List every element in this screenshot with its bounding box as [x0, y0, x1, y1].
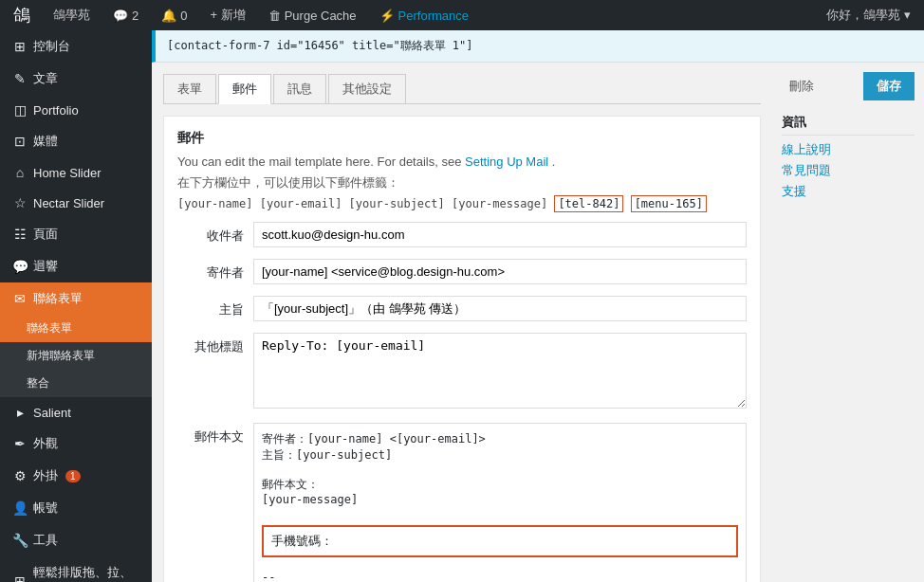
- headers-textarea[interactable]: Reply-To: [your-email]: [253, 333, 747, 409]
- sidebar-item-comments[interactable]: 💬 迴響: [0, 250, 152, 282]
- action-buttons: 刪除 儲存: [782, 72, 915, 100]
- sidebar-label-users: 帳號: [33, 500, 58, 517]
- purge-cache-button[interactable]: 🗑 Purge Cache: [263, 9, 362, 23]
- online-doc-link[interactable]: 線上說明: [782, 141, 915, 158]
- phone-highlight-box: 手機號碼：: [262, 525, 738, 557]
- sidebar-item-contact-sub3[interactable]: 整合: [0, 370, 152, 397]
- support-link[interactable]: 支援: [782, 183, 915, 200]
- sidebar-item-home-slider[interactable]: ⌂ Home Slider: [0, 157, 152, 188]
- delete-button[interactable]: 刪除: [782, 74, 822, 99]
- input-headers: Reply-To: [your-email]: [253, 333, 747, 411]
- contact-icon: ✉: [12, 291, 28, 306]
- input-subject: [253, 296, 747, 321]
- mail-tags-desc: 在下方欄位中，可以使用以下郵件標籤：: [177, 174, 747, 191]
- subject-input[interactable]: [253, 296, 747, 321]
- site-name[interactable]: 鴿學苑: [47, 7, 96, 24]
- form-area: 表單 郵件 訊息 其他設定 郵件 You can edit the mail t…: [152, 63, 772, 582]
- input-from: [253, 259, 747, 284]
- tab-mail[interactable]: 郵件: [218, 74, 271, 104]
- sidebar-label-tools: 工具: [33, 532, 58, 549]
- plugins-icon: ⚙: [12, 468, 28, 483]
- faq-link[interactable]: 常見問題: [782, 162, 915, 179]
- sidebar-label-posts: 文章: [33, 70, 58, 87]
- body-area: 寄件者：[your-name] <[your-email]> 主旨：[your-…: [253, 423, 747, 582]
- label-from: 寄件者: [177, 259, 244, 282]
- sidebar-item-tools[interactable]: 🔧 工具: [0, 524, 152, 556]
- label-body: 郵件本文: [177, 423, 244, 446]
- mail-section-title: 郵件: [177, 130, 747, 147]
- body-line-1: 寄件者：[your-name] <[your-email]>: [262, 431, 738, 447]
- portfolio-icon: ◫: [12, 102, 28, 118]
- sidebar-item-portfolio[interactable]: ◫ Portfolio: [0, 95, 152, 125]
- notifications[interactable]: 🔔 0: [156, 9, 193, 23]
- sidebar-label-media: 媒體: [33, 133, 58, 150]
- breadcrumb: [contact-form-7 id="16456" title="聯絡表單 1…: [152, 30, 924, 63]
- tab-messages[interactable]: 訊息: [273, 74, 326, 103]
- sidebar-item-plugins[interactable]: ⚙ 外掛 1: [0, 460, 152, 492]
- mail-tags-row: [your-name] [your-email] [your-subject] …: [177, 197, 747, 210]
- tabs-bar: 表單 郵件 訊息 其他設定: [163, 74, 761, 104]
- label-subject: 主旨: [177, 296, 244, 318]
- sidebar-label-contact-sub1: 聯絡表單: [27, 320, 72, 336]
- field-to: 收件者: [177, 222, 747, 247]
- salient-icon: ▸: [12, 405, 28, 420]
- tools-icon: 🔧: [12, 533, 28, 548]
- field-headers: 其他標題 Reply-To: [your-email]: [177, 333, 747, 411]
- info-section: 資訊 線上說明 常見問題 支援: [782, 114, 915, 200]
- sidebar-label-comments: 迴響: [33, 258, 58, 275]
- posts-icon: ✎: [12, 71, 28, 86]
- info-title: 資訊: [782, 114, 915, 136]
- admin-bar: 鴿 鴿學苑 💬 2 🔔 0 + 新增 🗑 Purge Cache ⚡ Perfo…: [0, 0, 924, 30]
- sidebar-item-pages[interactable]: ☷ 頁面: [0, 218, 152, 250]
- tag-menu: [menu-165]: [631, 195, 707, 212]
- tab-other[interactable]: 其他設定: [328, 74, 406, 103]
- sidebar-label-pages: 頁面: [33, 226, 58, 243]
- comments-count[interactable]: 💬 2: [107, 9, 144, 23]
- mail-section-desc: You can edit the mail template here. For…: [177, 155, 747, 169]
- wp-logo[interactable]: 鴿: [8, 4, 36, 27]
- main-content: [contact-form-7 id="16456" title="聯絡表單 1…: [152, 30, 924, 582]
- admin-menu: ⊞ 控制台 ✎ 文章 ◫ Portfolio ⊡ 媒體 ⌂ Home Slide…: [0, 30, 152, 582]
- builder-icon: ⊞: [12, 573, 28, 582]
- body-line-3: 郵件本文：: [262, 477, 738, 493]
- sidebar-label-salient: Salient: [33, 406, 71, 420]
- setting-up-mail-link[interactable]: Setting Up Mail: [465, 155, 548, 169]
- tab-form[interactable]: 表單: [163, 74, 216, 103]
- save-button[interactable]: 儲存: [863, 72, 915, 100]
- sidebar-label-dashboard: 控制台: [33, 38, 70, 55]
- to-input[interactable]: [253, 222, 747, 247]
- plugins-badge: 1: [65, 470, 81, 482]
- field-from: 寄件者: [177, 259, 747, 284]
- tag-tel: [tel-842]: [554, 195, 623, 212]
- sidebar-item-contact-sub1[interactable]: 聯絡表單: [0, 315, 152, 342]
- sidebar-item-appearance[interactable]: ✒ 外觀: [0, 427, 152, 460]
- sidebar-item-media[interactable]: ⊡ 媒體: [0, 125, 152, 157]
- sidebar-item-salient[interactable]: ▸ Salient: [0, 397, 152, 427]
- pages-icon: ☷: [12, 227, 28, 242]
- sidebar-label-portfolio: Portfolio: [33, 103, 79, 118]
- new-add-button[interactable]: + 新增: [204, 7, 250, 24]
- sidebar-label-contact-sub2: 新增聯絡表單: [27, 348, 95, 364]
- performance-button[interactable]: ⚡ Performance: [374, 9, 474, 23]
- content-wrap: 表單 郵件 訊息 其他設定 郵件 You can edit the mail t…: [152, 63, 924, 582]
- sidebar-item-contact-form[interactable]: ✉ 聯絡表單: [0, 282, 152, 315]
- body-line-4: [your-message]: [262, 493, 738, 506]
- appearance-icon: ✒: [12, 436, 28, 451]
- sidebar-item-contact-sub2[interactable]: 新增聯絡表單: [0, 342, 152, 370]
- input-to: [253, 222, 747, 247]
- sidebar-item-dashboard[interactable]: ⊞ 控制台: [0, 30, 152, 63]
- sidebar-label-plugins: 外掛: [33, 467, 58, 484]
- nectar-icon: ☆: [12, 195, 28, 210]
- home-slider-icon: ⌂: [12, 165, 28, 180]
- sidebar-item-builder[interactable]: ⊞ 輕鬆排版拖、拉、錨！: [0, 556, 152, 582]
- field-body: 郵件本文 寄件者：[your-name] <[your-email]> 主旨：[…: [177, 423, 747, 582]
- sidebar-item-users[interactable]: 👤 帳號: [0, 492, 152, 524]
- sidebar-label-builder: 輕鬆排版拖、拉、錨！: [33, 564, 142, 582]
- sidebar-item-nectar-slider[interactable]: ☆ Nectar Slider: [0, 188, 152, 218]
- sidebar-label-nectar: Nectar Slider: [33, 196, 104, 210]
- from-input[interactable]: [253, 259, 747, 284]
- sidebar-label-home-slider: Home Slider: [33, 166, 102, 180]
- user-greeting[interactable]: 你好，鴿學苑 ▾: [821, 7, 916, 24]
- sidebar-label-appearance: 外觀: [33, 435, 58, 452]
- sidebar-item-posts[interactable]: ✎ 文章: [0, 63, 152, 95]
